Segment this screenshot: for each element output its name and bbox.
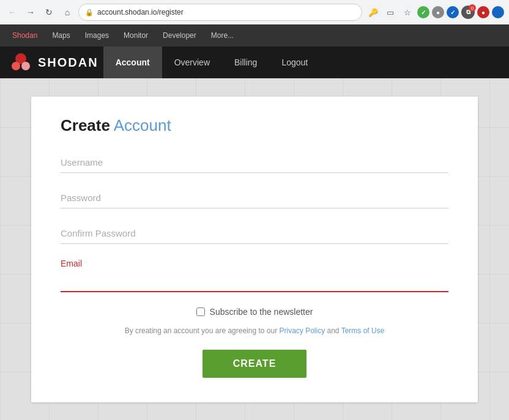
extension-grey-icon[interactable]: ● bbox=[432, 6, 444, 18]
shodan-topnav: Shodan Maps Images Monitor Developer Mor… bbox=[0, 24, 509, 46]
extension-badge-container: ⧉ 0 bbox=[461, 6, 475, 19]
main-content: Create Account Email Subscribe to the ne… bbox=[0, 78, 509, 420]
email-input[interactable] bbox=[61, 271, 448, 292]
url-text: account.shodan.io/register bbox=[97, 8, 184, 17]
badge-count: 0 bbox=[469, 4, 476, 12]
address-bar[interactable]: 🔒 account.shodan.io/register bbox=[78, 4, 362, 21]
browser-chrome: ← → ↻ ⌂ 🔒 account.shodan.io/register 🔑 ▭… bbox=[0, 0, 509, 24]
shodan-logo: SHODAN bbox=[10, 51, 98, 73]
topnav-shodan[interactable]: Shodan bbox=[5, 24, 45, 46]
svg-point-1 bbox=[12, 62, 20, 70]
cast-icon[interactable]: ▭ bbox=[383, 5, 398, 20]
topnav-images[interactable]: Images bbox=[78, 24, 116, 46]
extension-jh-icon[interactable] bbox=[492, 6, 504, 18]
lock-icon: 🔒 bbox=[85, 9, 94, 17]
email-group: Email bbox=[61, 259, 448, 292]
mainnav-logout[interactable]: Logout bbox=[269, 46, 320, 78]
home-button[interactable]: ⌂ bbox=[60, 5, 75, 20]
key-icon[interactable]: 🔑 bbox=[366, 5, 381, 20]
form-title-light: Account bbox=[114, 116, 171, 134]
form-title-bold: Create bbox=[61, 116, 110, 134]
mainnav-account[interactable]: Account bbox=[103, 46, 162, 78]
terms-pre-text: By creating an account you are agreeing … bbox=[125, 326, 278, 335]
extension-red-icon[interactable]: ● bbox=[477, 6, 489, 18]
topnav-monitor[interactable]: Monitor bbox=[116, 24, 155, 46]
newsletter-checkbox[interactable] bbox=[196, 308, 205, 316]
star-icon[interactable]: ☆ bbox=[400, 5, 415, 20]
shodan-brand-text: SHODAN bbox=[38, 56, 98, 70]
extension-blue-icon[interactable]: ✓ bbox=[447, 6, 459, 18]
mainnav-billing[interactable]: Billing bbox=[222, 46, 269, 78]
confirm-password-input[interactable] bbox=[61, 223, 448, 244]
reload-button[interactable]: ↻ bbox=[42, 5, 56, 20]
username-group bbox=[61, 152, 448, 173]
username-input[interactable] bbox=[61, 152, 448, 173]
browser-icons: 🔑 ▭ ☆ ✓ ● ✓ ⧉ 0 ● bbox=[366, 5, 504, 20]
terms-text: By creating an account you are agreeing … bbox=[61, 326, 448, 335]
svg-point-2 bbox=[21, 62, 30, 70]
terms-and-text: and bbox=[327, 326, 340, 335]
logo-svg bbox=[10, 51, 32, 73]
browser-toolbar: ← → ↻ ⌂ 🔒 account.shodan.io/register 🔑 ▭… bbox=[0, 0, 509, 24]
newsletter-label: Subscribe to the newsletter bbox=[210, 307, 313, 317]
extension-green-icon[interactable]: ✓ bbox=[417, 6, 429, 18]
email-error-label: Email bbox=[61, 259, 448, 268]
mainnav-overview[interactable]: Overview bbox=[162, 46, 222, 78]
back-button[interactable]: ← bbox=[5, 5, 20, 20]
topnav-more[interactable]: More... bbox=[204, 24, 241, 46]
password-input[interactable] bbox=[61, 188, 448, 208]
create-button[interactable]: CREATE bbox=[202, 350, 307, 378]
form-title: Create Account bbox=[61, 116, 448, 135]
newsletter-row: Subscribe to the newsletter bbox=[61, 307, 448, 317]
newsletter-label-text: Subscribe to the newsletter bbox=[210, 307, 313, 317]
topnav-developer[interactable]: Developer bbox=[155, 24, 204, 46]
privacy-policy-link[interactable]: Privacy Policy bbox=[279, 326, 325, 335]
forward-button[interactable]: → bbox=[23, 5, 38, 20]
terms-of-use-link[interactable]: Terms of Use bbox=[341, 326, 385, 335]
password-group bbox=[61, 188, 448, 208]
topnav-maps[interactable]: Maps bbox=[45, 24, 77, 46]
shodan-mainnav: SHODAN Account Overview Billing Logout bbox=[0, 46, 509, 78]
form-card: Create Account Email Subscribe to the ne… bbox=[31, 97, 478, 402]
confirm-password-group bbox=[61, 223, 448, 244]
